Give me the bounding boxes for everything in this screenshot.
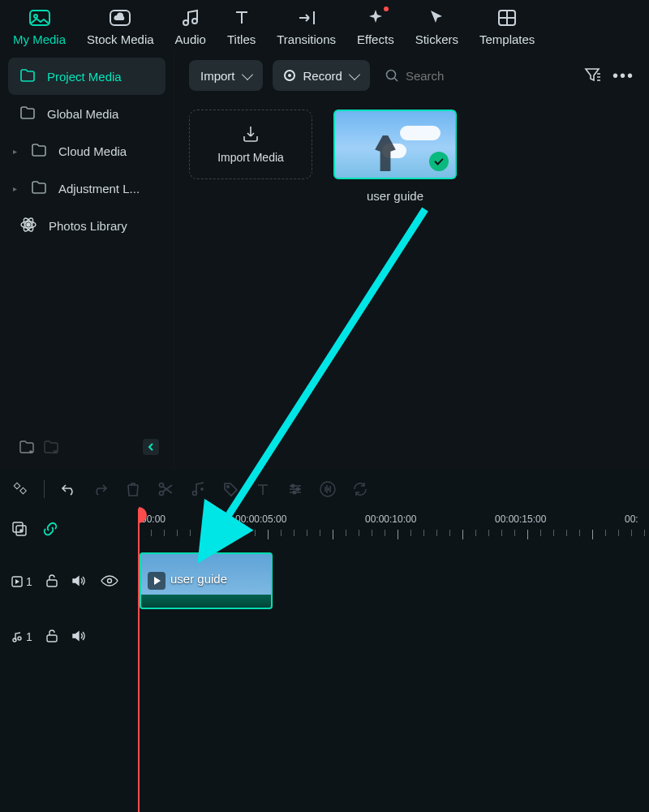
- filter-icon[interactable]: [583, 67, 601, 85]
- music-add-icon[interactable]: [189, 480, 207, 498]
- mute-icon[interactable]: [71, 574, 88, 590]
- eye-icon[interactable]: [101, 575, 118, 589]
- audio-track: 1: [0, 612, 649, 661]
- svg-point-11: [160, 483, 164, 488]
- tag-icon[interactable]: [221, 480, 239, 498]
- cloud-icon: [109, 8, 131, 28]
- timeline-playhead[interactable]: [138, 509, 140, 812]
- clip-audio-bar: [141, 595, 271, 608]
- redo-icon[interactable]: [92, 480, 110, 498]
- import-media-card[interactable]: Import Media: [189, 110, 312, 179]
- svg-point-23: [107, 578, 111, 582]
- audio-track-number: 1: [26, 630, 32, 643]
- undo-icon[interactable]: [59, 480, 77, 498]
- starter-layouts-icon[interactable]: [11, 480, 29, 498]
- folder-icon: [31, 180, 47, 197]
- sidebar-item-label: Photos Library: [49, 219, 127, 233]
- import-dropdown[interactable]: Import: [189, 60, 263, 91]
- sidebar-item-project-media[interactable]: Project Media: [8, 58, 165, 95]
- video-track-number: 1: [26, 575, 32, 588]
- sliders-icon[interactable]: [286, 480, 304, 498]
- search-box[interactable]: [380, 68, 574, 83]
- video-track: 1 user guide: [0, 551, 649, 612]
- svg-point-16: [296, 488, 299, 490]
- sidebar-footer: [8, 437, 165, 462]
- svg-point-15: [291, 484, 294, 487]
- tab-transitions[interactable]: Transitions: [277, 8, 336, 46]
- ruler-label: 00:00:15:00: [495, 513, 546, 525]
- svg-point-10: [386, 71, 395, 79]
- folder-icon: [19, 68, 36, 85]
- record-dropdown[interactable]: Record: [273, 60, 370, 91]
- cursor-icon: [425, 8, 448, 28]
- audio-track-body[interactable]: [138, 612, 649, 661]
- sidebar-item-label: Adjustment L...: [58, 182, 140, 195]
- add-track-icon[interactable]: [11, 521, 28, 539]
- sidebar: Project Media Global Media ▸ Cloud Media…: [0, 51, 174, 470]
- sidebar-collapse-button[interactable]: [143, 439, 159, 455]
- lock-icon[interactable]: [45, 574, 58, 591]
- svg-point-17: [293, 491, 295, 493]
- svg-point-18: [320, 482, 335, 496]
- audio-track-icon: 1: [11, 630, 32, 643]
- clip-thumbnail[interactable]: [333, 110, 457, 179]
- scissors-icon[interactable]: [157, 480, 174, 498]
- timeline-ruler[interactable]: 00:00 00:00:05:00 00:00:10:00 00:00:15:0…: [138, 509, 649, 551]
- folder-icon: [31, 143, 47, 160]
- timeline-clip-name: user guide: [170, 572, 227, 586]
- search-input[interactable]: [406, 69, 503, 83]
- tab-titles[interactable]: Titles: [227, 8, 256, 46]
- tab-my-media[interactable]: My Media: [13, 8, 66, 46]
- link-icon[interactable]: [42, 521, 58, 539]
- video-track-icon: 1: [11, 575, 32, 588]
- new-folder-button[interactable]: [15, 437, 39, 457]
- media-clip: user guide: [333, 110, 457, 203]
- svg-point-14: [227, 486, 230, 488]
- tab-label: My Media: [13, 32, 66, 46]
- sidebar-item-photos-library[interactable]: Photos Library: [8, 207, 165, 244]
- trash-icon[interactable]: [124, 480, 142, 498]
- timeline-body: 00:00 00:00:05:00 00:00:10:00 00:00:15:0…: [0, 509, 649, 812]
- svg-point-12: [160, 492, 164, 496]
- sidebar-item-global-media[interactable]: Global Media: [8, 95, 165, 132]
- record-icon: [284, 70, 295, 81]
- chevron-right-icon: ▸: [13, 148, 19, 154]
- search-icon: [385, 68, 399, 83]
- tab-label: Titles: [227, 32, 256, 46]
- import-card-label: Import Media: [217, 151, 284, 164]
- tab-stickers[interactable]: Stickers: [415, 8, 458, 46]
- mute-icon[interactable]: [71, 629, 88, 645]
- checkmark-icon: [429, 152, 449, 171]
- timeline-clip[interactable]: user guide: [140, 552, 273, 609]
- refresh-icon[interactable]: [351, 480, 369, 498]
- text-tool-icon[interactable]: [254, 480, 272, 498]
- sidebar-item-adjustment-layers[interactable]: ▸ Adjustment L...: [8, 170, 165, 207]
- tab-audio[interactable]: Audio: [175, 8, 206, 46]
- tab-stock-media[interactable]: Stock Media: [87, 8, 154, 46]
- svg-point-13: [193, 492, 197, 496]
- image-icon: [28, 8, 51, 28]
- chevron-down-icon: [241, 68, 252, 79]
- video-track-head: 1: [0, 551, 138, 612]
- svg-point-1: [34, 15, 37, 18]
- tab-effects[interactable]: Effects: [357, 8, 394, 46]
- sidebar-item-cloud-media[interactable]: ▸ Cloud Media: [8, 132, 165, 170]
- svg-point-25: [18, 637, 21, 640]
- thumb-cloud: [400, 126, 441, 140]
- music-icon: [179, 8, 202, 28]
- tab-label: Transitions: [277, 32, 336, 46]
- waveform-icon[interactable]: [319, 480, 337, 498]
- sidebar-item-label: Cloud Media: [58, 144, 127, 158]
- svg-rect-0: [30, 11, 49, 25]
- delete-folder-button[interactable]: [39, 437, 63, 457]
- audio-track-head: 1: [0, 612, 138, 661]
- svg-rect-22: [47, 580, 57, 586]
- import-label: Import: [200, 69, 235, 83]
- tab-templates[interactable]: Templates: [479, 8, 535, 46]
- tab-label: Templates: [479, 32, 535, 46]
- grid-icon: [496, 8, 518, 28]
- svg-point-3: [183, 20, 188, 25]
- lock-icon[interactable]: [45, 629, 58, 646]
- video-track-body[interactable]: user guide: [138, 551, 649, 612]
- svg-point-6: [27, 223, 30, 226]
